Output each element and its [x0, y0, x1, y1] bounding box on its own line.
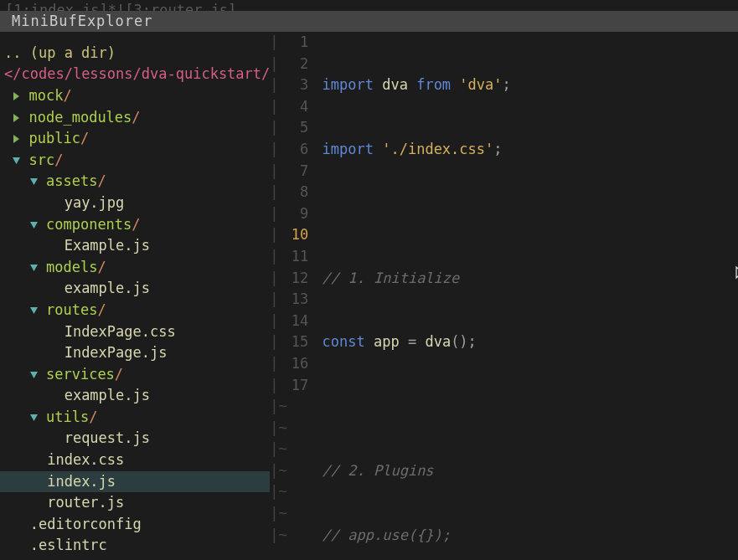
folder-expanded-icon: [13, 157, 20, 165]
tree-item-services-example[interactable]: example.js: [0, 385, 270, 407]
tree-item-routes[interactable]: routes/: [0, 300, 270, 321]
tree-item-services[interactable]: services/: [0, 364, 270, 386]
file-tree[interactable]: .. (up a dir) </codes/lessons/dva-quicks…: [0, 32, 270, 560]
folder-expanded-icon: [30, 371, 38, 379]
folder-collapsed-icon: [13, 114, 20, 122]
main-split: .. (up a dir) </codes/lessons/dva-quicks…: [0, 32, 738, 560]
tree-item-src[interactable]: src/: [0, 150, 270, 172]
tree-item-indexpage-js[interactable]: IndexPage.js: [0, 342, 270, 364]
tree-item-indexpage-css[interactable]: IndexPage.css: [0, 321, 270, 343]
code-line[interactable]: // 2. Plugins: [313, 460, 738, 482]
file-tree-up[interactable]: .. (up a dir): [0, 43, 270, 64]
tree-item-editorconfig[interactable]: .editorconfig: [0, 514, 270, 536]
tree-item-assets[interactable]: assets/: [0, 171, 270, 193]
code-area[interactable]: import dva from 'dva'; import './index.c…: [313, 32, 738, 560]
tree-item-node-modules[interactable]: node_modules/: [0, 107, 270, 129]
tree-item-eslintrc[interactable]: .eslintrc: [0, 535, 270, 557]
folder-expanded-icon: [30, 306, 38, 315]
code-line[interactable]: const app = dva();: [313, 331, 738, 353]
editor-pane[interactable]: |||||| |||||| ||||| |~|~|~|~|~|~|~ 1 2 3…: [270, 32, 738, 560]
code-line[interactable]: [313, 203, 738, 225]
tree-item-models-example[interactable]: example.js: [0, 278, 270, 300]
folder-collapsed-icon: [13, 135, 20, 143]
tree-item-components[interactable]: components/: [0, 214, 270, 236]
tree-item-request[interactable]: request.js: [0, 428, 270, 450]
tabbar: [1:index.js]*![3:router.js]: [0, 0, 738, 11]
folder-expanded-icon: [30, 177, 38, 186]
minibuf-explorer: MiniBufExplorer: [0, 11, 738, 32]
tree-item-utils[interactable]: utils/: [0, 407, 270, 429]
tree-item-models[interactable]: models/: [0, 257, 270, 279]
folder-expanded-icon: [30, 264, 38, 272]
code-line[interactable]: // app.use({});: [313, 525, 738, 547]
code-line[interactable]: import dva from 'dva';: [313, 74, 738, 96]
tree-item-yay[interactable]: yay.jpg: [0, 193, 270, 214]
code-line[interactable]: // 1. Initialize: [313, 268, 738, 290]
tree-item-index-js[interactable]: index.js: [0, 471, 270, 493]
tree-item-index-css[interactable]: index.css: [0, 450, 270, 471]
tree-item-example-upper[interactable]: Example.js: [0, 235, 270, 257]
folder-expanded-icon: [30, 221, 38, 229]
gutter-pipe: |||||| |||||| ||||| |~|~|~|~|~|~|~: [270, 32, 278, 560]
code-line[interactable]: [313, 396, 738, 418]
line-number-gutter: 1 2 3 4 5 6 7 8 9 10 11 12 13 14 15 16 1…: [278, 32, 313, 560]
folder-expanded-icon: [30, 414, 38, 422]
tree-item-router-js[interactable]: router.js: [0, 492, 270, 514]
code-line[interactable]: import './index.css';: [313, 139, 738, 161]
folder-collapsed-icon: [13, 92, 20, 100]
file-tree-path: </codes/lessons/dva-quickstart/: [0, 64, 270, 85]
tree-item-mock[interactable]: mock/: [0, 85, 270, 107]
tree-item-public[interactable]: public/: [0, 128, 270, 150]
